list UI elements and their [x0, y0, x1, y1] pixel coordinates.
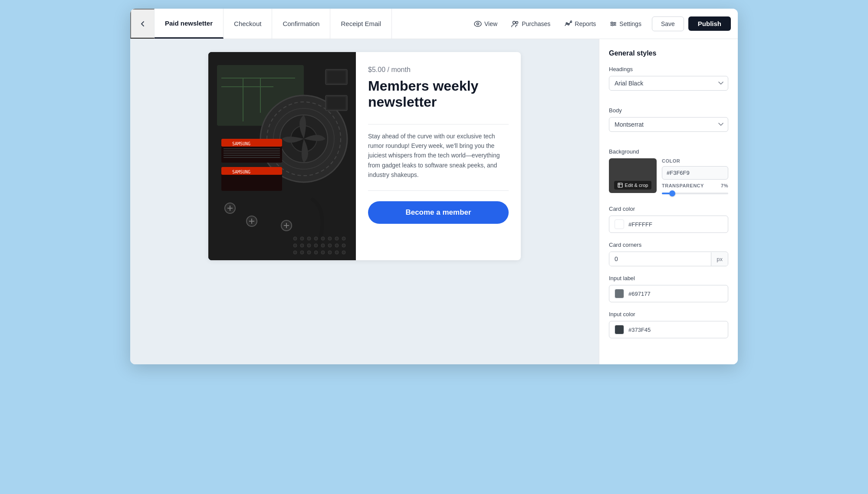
svg-point-51	[314, 237, 318, 240]
corners-unit: px	[711, 252, 728, 266]
card-color-swatch-row[interactable]: #FFFFFF	[609, 216, 728, 233]
card-image: SAMSUNG SAMSUNG	[208, 52, 356, 260]
svg-rect-30	[224, 155, 280, 156]
card-content: $5.00 / month Members weekly newsletter …	[356, 52, 521, 260]
edit-crop-button[interactable]: Edit & crop	[614, 181, 652, 190]
nav-right: View Purchases Reports	[461, 9, 738, 39]
input-color-heading: Input color	[609, 311, 728, 317]
tech-image-svg: SAMSUNG SAMSUNG	[208, 52, 356, 260]
panel-title: General styles	[609, 49, 728, 57]
chart-icon	[564, 20, 572, 27]
app-window: Paid newsletter Checkout Confirmation Re…	[130, 9, 738, 364]
svg-point-52	[321, 237, 325, 240]
back-icon	[139, 20, 147, 28]
color-info: COLOR #F3F6F9 TRANSPARENCY 7%	[662, 158, 728, 197]
svg-point-62	[335, 244, 339, 247]
newsletter-title: Members weekly newsletter	[368, 78, 509, 110]
become-member-button[interactable]: Become a member	[368, 201, 509, 224]
publish-button[interactable]: Publish	[688, 16, 731, 31]
reports-button[interactable]: Reports	[558, 17, 602, 31]
svg-point-50	[307, 237, 311, 240]
svg-point-63	[342, 244, 345, 247]
svg-point-69	[328, 251, 332, 254]
body-label: Body	[609, 107, 728, 114]
svg-point-61	[328, 244, 332, 247]
svg-point-11	[614, 23, 615, 24]
svg-point-54	[335, 237, 339, 240]
newsletter-description: Stay ahead of the curve with our exclusi…	[368, 131, 509, 180]
svg-rect-33	[221, 167, 282, 175]
svg-point-70	[335, 251, 339, 254]
right-panel: General styles Headings Arial Black Helv…	[599, 39, 738, 364]
svg-rect-25	[221, 139, 282, 147]
headings-label: Headings	[609, 66, 728, 72]
tab-paid-newsletter[interactable]: Paid newsletter	[155, 9, 224, 39]
svg-point-10	[612, 22, 613, 23]
view-button[interactable]: View	[468, 17, 503, 31]
input-label-heading: Input label	[609, 275, 728, 281]
svg-point-3	[516, 21, 518, 23]
body-font-select[interactable]: Montserrat Open Sans Roboto Lato Raleway…	[609, 117, 728, 132]
tab-confirmation[interactable]: Confirmation	[272, 9, 330, 39]
card-color-section: Card color #FFFFFF	[609, 206, 728, 233]
card-color-label: Card color	[609, 206, 728, 212]
tab-receipt-email[interactable]: Receipt Email	[330, 9, 392, 39]
corners-row: px	[609, 252, 728, 266]
svg-rect-47	[327, 97, 345, 109]
svg-point-68	[321, 251, 325, 254]
svg-point-67	[314, 251, 318, 254]
back-button[interactable]	[130, 9, 155, 39]
newsletter-card: SAMSUNG SAMSUNG	[208, 52, 521, 260]
people-icon	[511, 20, 519, 27]
background-label: Background	[609, 148, 728, 155]
settings-icon	[610, 20, 617, 27]
divider	[368, 124, 509, 124]
card-color-swatch	[615, 219, 624, 229]
settings-button[interactable]: Settings	[604, 17, 648, 31]
svg-text:SAMSUNG: SAMSUNG	[232, 170, 250, 174]
card-corners-section: Card corners px	[609, 242, 728, 266]
svg-rect-27	[224, 148, 280, 149]
bg-color-row: Edit & crop COLOR #F3F6F9 TRANSPARENCY 7…	[609, 158, 728, 197]
card-color-value: #FFFFFF	[628, 221, 652, 228]
svg-rect-31	[224, 157, 280, 158]
input-label-swatch	[615, 289, 624, 298]
svg-point-60	[321, 244, 325, 247]
preview-area: SAMSUNG SAMSUNG	[130, 39, 599, 364]
svg-text:SAMSUNG: SAMSUNG	[232, 141, 250, 146]
svg-point-71	[342, 251, 345, 254]
svg-point-59	[314, 244, 318, 247]
input-color-swatch	[615, 325, 624, 334]
input-color-swatch-row[interactable]: #373F45	[609, 321, 728, 338]
crop-icon	[618, 183, 623, 188]
svg-rect-45	[327, 71, 345, 83]
svg-point-0	[474, 21, 481, 26]
transparency-label: TRANSPARENCY 7%	[662, 183, 728, 188]
bg-color-label: COLOR	[662, 158, 728, 164]
input-label-section: Input label #697177	[609, 275, 728, 302]
background-section: Background Edit & crop COLOR #	[609, 148, 728, 197]
bg-preview-block[interactable]: Edit & crop	[609, 158, 657, 193]
tab-checkout[interactable]: Checkout	[224, 9, 272, 39]
card-corners-label: Card corners	[609, 242, 728, 248]
transparency-slider[interactable]	[662, 190, 728, 197]
card-corners-input[interactable]	[609, 252, 711, 266]
svg-point-66	[307, 251, 311, 254]
svg-rect-28	[224, 150, 280, 151]
save-button[interactable]: Save	[652, 16, 684, 31]
purchases-button[interactable]: Purchases	[505, 17, 556, 31]
input-label-swatch-row[interactable]: #697177	[609, 285, 728, 302]
divider2	[368, 190, 509, 191]
svg-point-49	[300, 237, 304, 240]
svg-point-58	[307, 244, 311, 247]
price-label: $5.00 / month	[368, 66, 509, 74]
svg-point-57	[300, 244, 304, 247]
input-label-color-value: #697177	[628, 291, 651, 297]
bg-color-hex[interactable]: #F3F6F9	[662, 166, 728, 180]
input-color-value: #373F45	[628, 327, 651, 333]
svg-point-53	[328, 237, 332, 240]
svg-point-55	[342, 237, 345, 240]
svg-rect-29	[224, 153, 280, 154]
headings-section: Headings Arial Black Helvetica Georgia T…	[609, 66, 728, 98]
headings-font-select[interactable]: Arial Black Helvetica Georgia Times New …	[609, 76, 728, 91]
